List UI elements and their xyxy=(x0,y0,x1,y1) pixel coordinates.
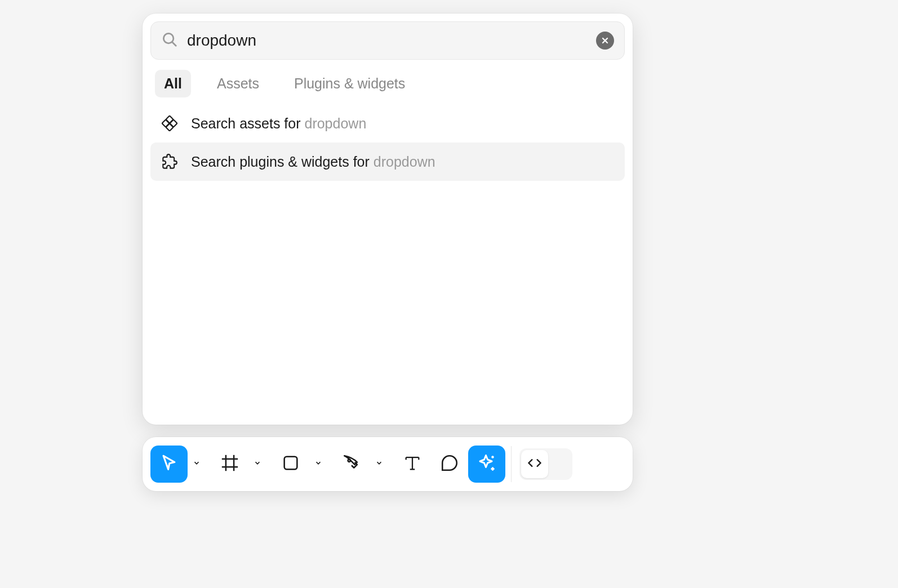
svg-point-19 xyxy=(491,456,494,458)
plugins-icon xyxy=(162,154,177,170)
text-tool-button[interactable] xyxy=(394,446,431,483)
svg-rect-5 xyxy=(162,119,169,127)
chevron-down-icon xyxy=(375,459,383,469)
text-icon xyxy=(403,453,422,475)
svg-rect-4 xyxy=(166,115,173,123)
result-text: Search assets for dropdown xyxy=(191,115,366,132)
shape-tool-chevron[interactable] xyxy=(310,446,326,483)
search-input[interactable] xyxy=(187,32,587,50)
search-box xyxy=(150,21,625,60)
result-query: dropdown xyxy=(304,115,366,131)
tab-assets[interactable]: Assets xyxy=(208,70,268,97)
tab-all[interactable]: All xyxy=(155,70,191,97)
result-text: Search plugins & widgets for dropdown xyxy=(191,154,435,170)
comment-tool-button[interactable] xyxy=(431,446,468,483)
clear-search-button[interactable] xyxy=(596,32,614,50)
move-tool-chevron[interactable] xyxy=(189,446,205,483)
chevron-down-icon xyxy=(193,459,201,469)
tab-plugins-widgets[interactable]: Plugins & widgets xyxy=(285,70,414,97)
search-icon xyxy=(161,31,178,50)
tool-group-shape xyxy=(272,446,326,483)
tool-group-move xyxy=(150,446,205,483)
sparkle-icon xyxy=(477,453,497,475)
rectangle-icon xyxy=(281,453,300,475)
shape-tool-button[interactable] xyxy=(272,446,309,483)
result-search-plugins[interactable]: Search plugins & widgets for dropdown xyxy=(150,142,625,181)
tool-group-pen xyxy=(333,446,387,483)
search-tabs: All Assets Plugins & widgets xyxy=(150,60,625,104)
search-panel: All Assets Plugins & widgets Search asse… xyxy=(143,14,633,425)
code-icon xyxy=(527,455,543,473)
move-tool-button[interactable] xyxy=(150,446,188,483)
result-search-assets[interactable]: Search assets for dropdown xyxy=(150,104,625,142)
pen-tool-chevron[interactable] xyxy=(371,446,387,483)
svg-point-13 xyxy=(348,460,350,462)
result-query: dropdown xyxy=(374,154,435,170)
actions-tool-button[interactable] xyxy=(468,446,505,483)
frame-tool-button[interactable] xyxy=(211,446,248,483)
dev-mode-off[interactable] xyxy=(521,450,548,478)
dev-mode-toggle[interactable] xyxy=(519,448,572,480)
svg-rect-7 xyxy=(166,123,173,131)
tool-group-frame xyxy=(211,446,265,483)
toolbar-divider xyxy=(511,446,512,482)
pen-tool-button[interactable] xyxy=(333,446,370,483)
chevron-down-icon xyxy=(314,459,322,469)
svg-rect-6 xyxy=(170,119,177,127)
pen-icon xyxy=(342,453,361,475)
assets-icon xyxy=(162,115,177,131)
toolbar xyxy=(143,437,633,491)
comment-icon xyxy=(440,453,459,475)
svg-rect-12 xyxy=(284,457,297,470)
frame-icon xyxy=(220,453,239,475)
dev-mode-on[interactable] xyxy=(548,450,571,478)
cursor-icon xyxy=(159,453,179,475)
svg-line-1 xyxy=(172,42,176,46)
chevron-down-icon xyxy=(254,459,261,469)
result-prefix: Search plugins & widgets for xyxy=(191,154,374,170)
result-prefix: Search assets for xyxy=(191,115,304,131)
frame-tool-chevron[interactable] xyxy=(250,446,265,483)
